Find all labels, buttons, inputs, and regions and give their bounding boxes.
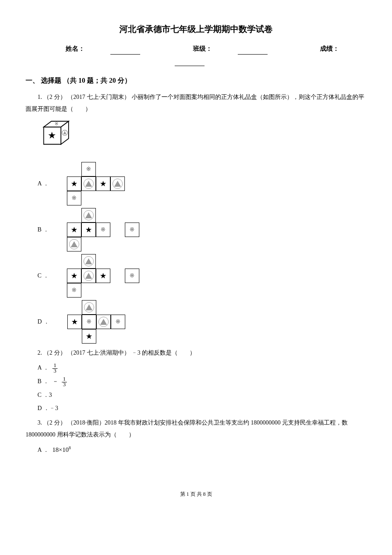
q1-option-a: A ． ※ ※ <box>37 162 366 205</box>
q1-option-c: C ． ※ ※ <box>37 254 366 298</box>
name-field: 姓名： <box>53 45 153 52</box>
q2-option-b: B ． －13 <box>37 376 366 387</box>
section-1-header: 一、 选择题 （共 10 题；共 20 分） <box>26 75 366 87</box>
q3-option-a: A ． 18×108 <box>37 444 366 456</box>
student-info: 姓名： 班级： 成绩： <box>26 43 366 66</box>
page-footer: 第 1 页 共 8 页 <box>26 490 366 499</box>
cube-figure: ★ ※ <box>37 119 84 158</box>
q2-option-c: C ．3 <box>37 390 366 400</box>
question-3-text: 3. （2 分） （2018·衡阳）2018 年我市财政计划安排社会保障和公共卫… <box>26 417 366 441</box>
q2-option-a: A ． 13 <box>37 362 366 373</box>
q1-option-d: D ． ※※ <box>37 300 366 344</box>
svg-text:※: ※ <box>55 121 58 126</box>
q2-option-d: D ．﹣3 <box>37 403 366 413</box>
page-title: 河北省承德市七年级上学期期中数学试卷 <box>26 21 366 37</box>
class-field: 班级： <box>180 45 280 52</box>
svg-text:★: ★ <box>48 130 56 141</box>
question-2-text: 2. （2 分） （2017 七上·洪湖期中） ﹣3 的相反数是（ ） <box>26 347 366 359</box>
question-1-text: 1. （2 分） （2017 七上·天门期末） 小丽制作了一个对面图案均相同的正… <box>26 91 366 115</box>
q1-option-b: B ． ※※ <box>37 208 366 251</box>
